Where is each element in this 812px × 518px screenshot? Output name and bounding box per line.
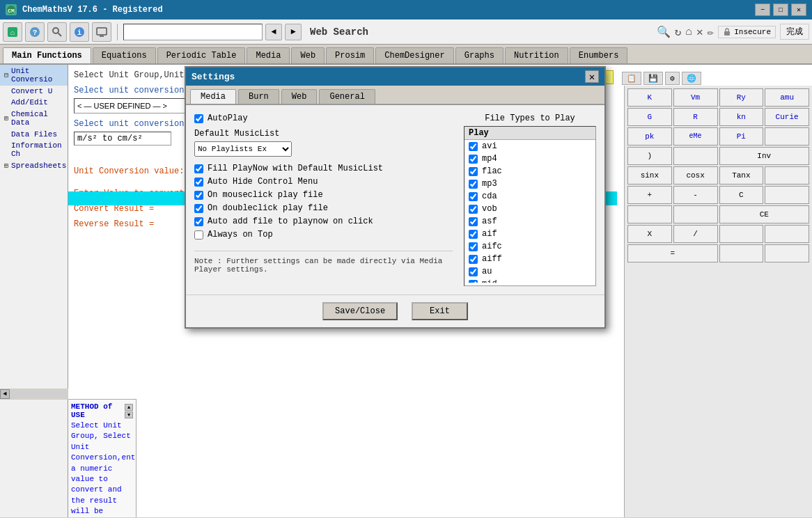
dialog-tab-media[interactable]: Media [190,89,236,104]
autoplay-checkbox[interactable] [194,114,203,123]
sidebar-item-spreadsheets[interactable]: ⊞ Spreadsheets [0,159,68,172]
sidebar-item-chemical-data[interactable]: ⊞ Chemical Data [0,108,68,129]
calc-div[interactable]: / [673,225,718,243]
home-icon[interactable]: ⌂ [3,22,22,42]
tab-nutrition[interactable]: Nutrition [505,47,568,63]
scroll-left[interactable]: ◄ [0,389,10,399]
calc-K[interactable]: K [627,88,672,107]
tab-prosim[interactable]: Prosim [326,47,374,63]
calc-paren[interactable]: ) [627,147,672,165]
filetype-avi[interactable]: avi [464,140,595,152]
calc-kn[interactable]: kn [719,108,764,126]
calc-amu[interactable]: amu [765,88,809,107]
calc-cosx[interactable]: cosx [673,166,718,185]
tab-chemdesigner[interactable]: ChemDesigner [375,47,453,63]
fill-playnow-checkbox[interactable] [194,164,203,173]
calc-sinx[interactable]: sinx [627,166,672,185]
always-on-top-row[interactable]: Always on Top [194,230,453,240]
calc-eMe[interactable]: eMe [673,127,718,146]
sidebar-sub-info[interactable]: Information Ch [0,140,68,159]
sidebar-sub-datafiles[interactable]: Data Files [0,129,68,140]
save-icon[interactable]: 💾 [643,72,663,85]
address-input[interactable] [123,24,263,40]
sidebar-sub-addedit[interactable]: Add/Edit [0,97,68,108]
filetype-aifc[interactable]: aifc [464,240,595,253]
mouseclick-row[interactable]: On mouseclick play file [194,190,453,200]
dialog-tab-burn[interactable]: Burn [238,89,279,104]
filetype-mp3[interactable]: mp3 [464,178,595,190]
filetype-aiff[interactable]: aiff [464,253,595,265]
filetype-cda[interactable]: cda [464,190,595,203]
file-types-scroll[interactable]: avi mp4 flac mp3 cda vob asf aif aifc ai… [464,140,595,283]
info-icon[interactable]: i [70,22,89,42]
tab-periodic-table[interactable]: Periodic Table [157,47,246,63]
maximize-button[interactable]: □ [773,3,788,16]
scroll-down[interactable]: ▼ [125,411,133,418]
exit-button[interactable]: Exit [412,302,468,320]
calc-Vm[interactable]: Vm [673,88,718,107]
calc-minus[interactable]: - [673,186,718,204]
sidebar-item-unit-conversion[interactable]: ⊟ Unit Conversio [0,65,68,86]
filetype-vob[interactable]: vob [464,203,595,215]
calc-G[interactable]: G [627,108,672,126]
search-icon[interactable] [47,22,67,42]
filetype-mid[interactable]: mid [464,278,595,283]
close-button[interactable]: ✕ [791,3,806,16]
calc-pk[interactable]: pk [627,127,672,146]
forward-button[interactable]: ► [285,24,302,40]
calc-Curie[interactable]: Curie [765,108,809,126]
minimize-button[interactable]: − [755,3,770,16]
mouseclick-checkbox[interactable] [194,191,203,200]
refresh-icon[interactable]: ↻ [675,25,682,39]
calc-Inv[interactable]: Inv [719,147,810,165]
h-scrollbar[interactable]: ◄ ► [0,388,68,400]
settings-icon[interactable]: ⚙ [665,72,680,85]
auto-hide-checkbox[interactable] [194,178,203,187]
doubleclick-row[interactable]: On doubleclick play file [194,203,453,213]
calc-Ry[interactable]: Ry [719,88,764,107]
tab-main-functions[interactable]: Main Functions [3,47,91,63]
globe-icon[interactable]: 🌐 [682,72,701,85]
calc-plus[interactable]: + [627,186,672,204]
tab-enumbers[interactable]: Enumbers [570,47,628,63]
done-button[interactable]: 完成 [780,24,809,40]
help-icon[interactable]: ? [25,22,45,42]
sidebar-sub-convert[interactable]: Convert U [0,86,68,97]
dialog-close-button[interactable]: ✕ [585,70,599,83]
calc-equals[interactable]: = [627,244,718,262]
edit-icon[interactable]: ✏ [708,25,715,39]
calc-Tanx[interactable]: Tanx [719,166,764,185]
filetype-mp4[interactable]: mp4 [464,152,595,165]
auto-add-row[interactable]: Auto add file to playnow on click [194,217,453,226]
auto-add-checkbox[interactable] [194,217,203,226]
tab-graphs[interactable]: Graphs [455,47,503,63]
autoplay-checkbox-row[interactable]: AutoPlay [194,113,453,123]
screen-icon[interactable] [92,22,111,42]
filetype-asf[interactable]: asf [464,215,595,228]
dialog-tab-general[interactable]: General [319,89,375,104]
zoom-icon[interactable]: 🔍 [657,25,671,39]
copy-icon[interactable]: 📋 [622,72,641,85]
filetype-flac[interactable]: flac [464,165,595,178]
calc-C[interactable]: C [719,186,764,204]
browser-home-icon[interactable]: ⌂ [685,26,692,38]
tab-equations[interactable]: Equations [93,47,156,63]
doubleclick-checkbox[interactable] [194,204,203,213]
tab-media[interactable]: Media [247,47,290,63]
scroll-up[interactable]: ▲ [125,404,133,411]
calc-Pi[interactable]: Pi [719,127,764,146]
calc-R[interactable]: R [673,108,718,126]
default-music-select[interactable]: No Playlists Ex [194,141,292,157]
fill-playnow-row[interactable]: Fill PlayNow with Default MusicList [194,164,453,173]
filetype-au[interactable]: au [464,265,595,278]
always-on-top-checkbox[interactable] [194,230,203,240]
back-button[interactable]: ◄ [265,24,282,40]
auto-hide-row[interactable]: Auto Hide Control Menu [194,177,453,187]
conv-input[interactable] [74,132,171,146]
stop-icon[interactable]: ✕ [696,25,703,39]
save-close-button[interactable]: Save/Close [322,302,398,320]
tab-web[interactable]: Web [291,47,325,63]
calc-X[interactable]: X [627,225,672,243]
dialog-tab-web[interactable]: Web [281,89,318,104]
calc-CE[interactable]: CE [719,205,810,223]
